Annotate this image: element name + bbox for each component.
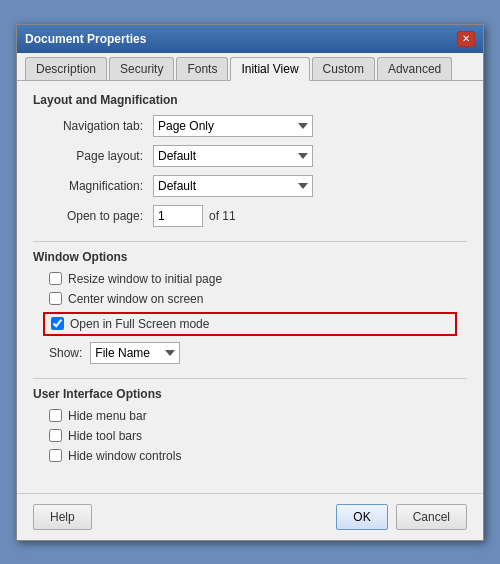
magnification-row: Magnification: Default	[33, 175, 467, 197]
center-window-checkbox[interactable]	[49, 292, 62, 305]
hide-window-row: Hide window controls	[33, 449, 467, 463]
fullscreen-row: Open in Full Screen mode	[43, 312, 457, 336]
tab-initial-view[interactable]: Initial View	[230, 57, 309, 81]
ui-options-section: User Interface Options Hide menu bar Hid…	[33, 387, 467, 463]
nav-tab-control: Page Only	[153, 115, 467, 137]
nav-tab-row: Navigation tab: Page Only	[33, 115, 467, 137]
hide-window-label: Hide window controls	[68, 449, 181, 463]
open-to-page-control: 1 of 11	[153, 205, 467, 227]
show-label: Show:	[49, 346, 82, 360]
tab-custom[interactable]: Custom	[312, 57, 375, 80]
ok-cancel-group: OK Cancel	[336, 504, 467, 530]
hide-tools-label: Hide tool bars	[68, 429, 142, 443]
section-divider-1	[33, 241, 467, 242]
nav-tab-select[interactable]: Page Only	[153, 115, 313, 137]
tab-fonts[interactable]: Fonts	[176, 57, 228, 80]
resize-window-row: Resize window to initial page	[33, 272, 467, 286]
hide-tools-row: Hide tool bars	[33, 429, 467, 443]
open-to-page-input[interactable]: 1	[153, 205, 203, 227]
layout-magnification-section: Layout and Magnification Navigation tab:…	[33, 93, 467, 227]
title-bar: Document Properties ✕	[17, 25, 483, 53]
title-bar-controls: ✕	[457, 31, 475, 47]
magnification-select[interactable]: Default	[153, 175, 313, 197]
resize-window-checkbox[interactable]	[49, 272, 62, 285]
hide-menu-row: Hide menu bar	[33, 409, 467, 423]
document-properties-window: Document Properties ✕ Description Securi…	[16, 24, 484, 541]
page-layout-select[interactable]: Default	[153, 145, 313, 167]
close-button[interactable]: ✕	[457, 31, 475, 47]
page-layout-label: Page layout:	[33, 149, 153, 163]
magnification-label: Magnification:	[33, 179, 153, 193]
hide-menu-label: Hide menu bar	[68, 409, 147, 423]
center-window-label: Center window on screen	[68, 292, 203, 306]
ui-options-title: User Interface Options	[33, 387, 467, 401]
window-title: Document Properties	[25, 32, 146, 46]
hide-window-checkbox[interactable]	[49, 449, 62, 462]
ok-button[interactable]: OK	[336, 504, 387, 530]
content-area: Layout and Magnification Navigation tab:…	[17, 81, 483, 489]
magnification-control: Default	[153, 175, 467, 197]
tab-security[interactable]: Security	[109, 57, 174, 80]
cancel-button[interactable]: Cancel	[396, 504, 467, 530]
tab-description[interactable]: Description	[25, 57, 107, 80]
of-label: of 11	[209, 209, 236, 223]
help-button[interactable]: Help	[33, 504, 92, 530]
tab-advanced[interactable]: Advanced	[377, 57, 452, 80]
window-options-section: Window Options Resize window to initial …	[33, 250, 467, 364]
open-to-page-label: Open to page:	[33, 209, 153, 223]
show-row: Show: File Name	[33, 342, 467, 364]
center-window-row: Center window on screen	[33, 292, 467, 306]
fullscreen-label: Open in Full Screen mode	[70, 317, 209, 331]
nav-tab-label: Navigation tab:	[33, 119, 153, 133]
page-layout-row: Page layout: Default	[33, 145, 467, 167]
hide-menu-checkbox[interactable]	[49, 409, 62, 422]
fullscreen-checkbox[interactable]	[51, 317, 64, 330]
hide-tools-checkbox[interactable]	[49, 429, 62, 442]
tabs-container: Description Security Fonts Initial View …	[17, 53, 483, 81]
resize-window-label: Resize window to initial page	[68, 272, 222, 286]
page-layout-control: Default	[153, 145, 467, 167]
bottom-bar: Help OK Cancel	[17, 493, 483, 540]
layout-section-title: Layout and Magnification	[33, 93, 467, 107]
window-options-title: Window Options	[33, 250, 467, 264]
open-to-page-row: Open to page: 1 of 11	[33, 205, 467, 227]
section-divider-2	[33, 378, 467, 379]
show-select[interactable]: File Name	[90, 342, 180, 364]
